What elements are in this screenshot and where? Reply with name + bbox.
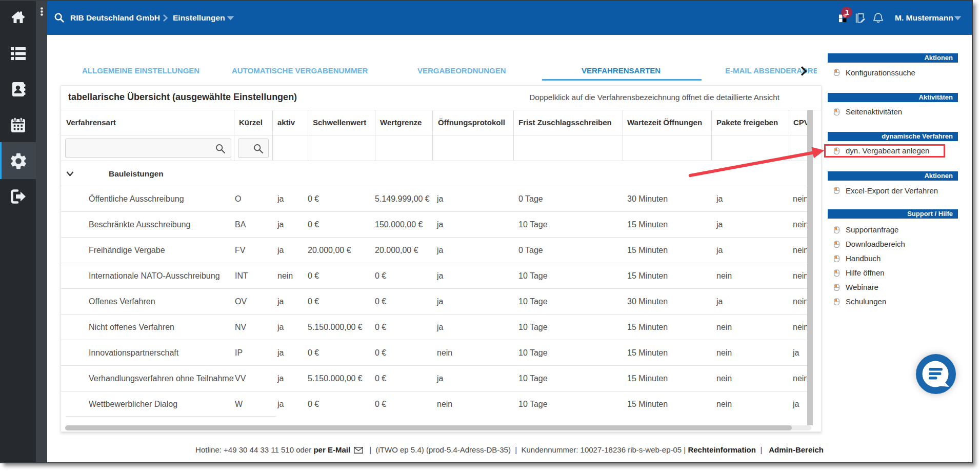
svg-text:1: 1 — [845, 8, 849, 16]
